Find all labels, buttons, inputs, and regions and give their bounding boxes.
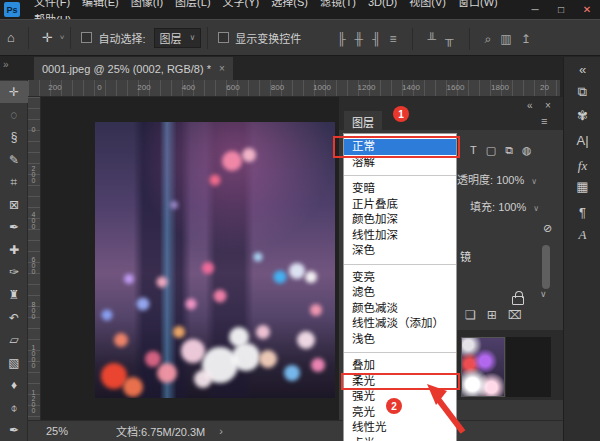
lock-icon[interactable]: [512, 296, 524, 305]
panel-scrollbar[interactable]: [542, 245, 550, 289]
zoom-level-field[interactable]: 25%: [46, 425, 68, 437]
align-top-icon[interactable]: ╨: [428, 32, 437, 46]
paragraph-icon[interactable]: ¶: [564, 205, 600, 220]
gradient-tool-icon[interactable]: ▧: [0, 352, 28, 374]
filter-smart-object-icon[interactable]: ⧉: [505, 144, 513, 157]
color-icon[interactable]: ✾: [564, 108, 600, 123]
status-arrow-icon[interactable]: ›: [219, 425, 223, 437]
blend-mode-option[interactable]: 深色: [344, 243, 456, 259]
menu-item[interactable]: 滤镜(T): [314, 0, 362, 8]
move-tool-chevron-icon[interactable]: ˅: [60, 33, 65, 42]
menu-item[interactable]: 窗口(W): [452, 0, 504, 8]
panel-menu-icon[interactable]: ≡: [541, 115, 547, 127]
auto-select-checkbox[interactable]: [81, 32, 92, 43]
toolbar-overflow-icon[interactable]: »: [3, 59, 9, 70]
collapse-panels-icon[interactable]: «: [564, 62, 600, 77]
blur-tool-icon[interactable]: ♦: [0, 374, 28, 396]
quick-selection-tool-icon[interactable]: ✎: [0, 149, 28, 171]
blend-mode-option[interactable]: 线性加深: [344, 228, 456, 244]
document-tab-title: 0001.jpeg @ 25% (0002, RGB/8) *: [42, 63, 211, 75]
filter-shape-icon[interactable]: ▢: [486, 144, 496, 157]
history-brush-tool-icon[interactable]: ↶: [0, 307, 28, 329]
menu-bar: Ps 文件(F)编辑(E)图像(I)图层(L)文字(Y)选择(S)滤镜(T)3D…: [0, 0, 600, 19]
close-button[interactable]: ✕: [574, 4, 600, 15]
document-tab[interactable]: 0001.jpeg @ 25% (0002, RGB/8) * ×: [34, 57, 233, 80]
fill-field[interactable]: 填充: 100% ∨: [470, 198, 539, 214]
eraser-tool-icon[interactable]: ▱: [0, 329, 28, 351]
layers-panel-tab[interactable]: 图层: [344, 111, 382, 130]
blend-mode-option[interactable]: 叠加: [344, 358, 456, 374]
frame-tool-icon[interactable]: ⊠: [0, 194, 28, 216]
menu-item[interactable]: 图像(I): [125, 0, 169, 8]
brush-tool-icon[interactable]: ✑: [0, 261, 28, 283]
group-button[interactable]: ❏: [465, 308, 476, 322]
blend-mode-option[interactable]: 颜色加深: [344, 212, 456, 228]
effects-icon[interactable]: fx: [564, 158, 600, 174]
libraries-icon[interactable]: ▦: [564, 179, 600, 194]
menu-item[interactable]: 视图(V): [403, 0, 452, 8]
glyphs-icon[interactable]: A: [564, 227, 600, 243]
clone-stamp-tool-icon[interactable]: ♜: [0, 284, 28, 306]
blend-mode-option[interactable]: 变暗: [344, 181, 456, 197]
vertical-ruler: 020040060080010001200: [28, 97, 41, 420]
blend-mode-option[interactable]: 线性光: [344, 420, 456, 436]
home-icon[interactable]: ⌂: [0, 30, 22, 45]
blend-mode-option[interactable]: 溶解: [344, 155, 456, 171]
chevron-down-icon: ∨: [533, 204, 539, 213]
blend-mode-option[interactable]: 柔光: [344, 374, 456, 390]
ruler-tick-label: 0: [30, 126, 37, 132]
menu-item[interactable]: 文字(Y): [217, 0, 266, 8]
blend-mode-option[interactable]: 点光: [344, 436, 456, 441]
clip-icon[interactable]: ⊘: [543, 222, 552, 235]
distribute-vertical-icon[interactable]: ╥: [445, 32, 454, 46]
blend-mode-option[interactable]: 滤色: [344, 285, 456, 301]
auto-select-dropdown[interactable]: 图层 ∨: [154, 28, 202, 48]
blend-mode-option[interactable]: 变亮: [344, 270, 456, 286]
menu-item[interactable]: 选择(S): [265, 0, 314, 8]
move-tool-icon[interactable]: ✛: [0, 81, 28, 103]
move-tool-icon[interactable]: ✛: [35, 30, 60, 45]
new-layer-button[interactable]: ⊞: [487, 308, 497, 322]
blend-mode-option[interactable]: 颜色减淡: [344, 301, 456, 317]
workspace-icon[interactable]: ▥: [500, 32, 511, 46]
layer-thumbnail[interactable]: [461, 337, 505, 397]
blend-mode-option[interactable]: 正常: [344, 139, 456, 155]
opacity-field[interactable]: 透明度: 100% ∨: [457, 171, 537, 187]
delete-layer-button[interactable]: ⌧: [508, 308, 522, 322]
tab-close-icon[interactable]: ×: [219, 63, 225, 74]
healing-brush-tool-icon[interactable]: ✚: [0, 239, 28, 261]
dodge-tool-icon[interactable]: ⌽: [0, 397, 28, 419]
distribute-icon[interactable]: ≡: [390, 32, 397, 46]
crop-tool-icon[interactable]: ⌗: [0, 171, 28, 193]
menu-item[interactable]: 文件(F): [28, 0, 76, 8]
marquee-tool-icon[interactable]: ◌: [0, 104, 28, 126]
show-transform-checkbox[interactable]: [218, 32, 229, 43]
blend-mode-option[interactable]: 正片叠底: [344, 197, 456, 213]
character-icon[interactable]: A|: [564, 133, 600, 148]
chevron-down-icon[interactable]: ∨: [540, 289, 547, 299]
eyedropper-tool-icon[interactable]: ✒: [0, 216, 28, 238]
bokeh-light: [256, 325, 270, 339]
menu-item[interactable]: 图层(L): [169, 0, 216, 8]
lasso-tool-icon[interactable]: §: [0, 126, 28, 148]
panel-close-icon[interactable]: ×: [545, 100, 551, 111]
share-icon[interactable]: ↥: [521, 32, 531, 46]
maximize-button[interactable]: □: [548, 4, 574, 15]
bokeh-light: [229, 327, 249, 347]
blend-mode-option[interactable]: 浅色: [344, 332, 456, 348]
swatches-icon[interactable]: ⧉: [564, 84, 600, 100]
filter-adjustment-icon[interactable]: ◍: [522, 144, 532, 157]
pen-tool-icon[interactable]: ✒: [0, 419, 28, 441]
menu-item[interactable]: 3D(D): [362, 0, 403, 8]
align-right-icon[interactable]: ╢: [372, 32, 381, 46]
ruler-tick-label: 1200: [358, 83, 376, 92]
align-center-icon[interactable]: ╫: [355, 32, 364, 46]
menu-item[interactable]: 编辑(E): [76, 0, 125, 8]
filter-type-icon[interactable]: T: [470, 144, 477, 157]
search-icon[interactable]: ⌕: [485, 32, 492, 46]
blend-mode-group: 变暗正片叠底颜色加深线性加深深色: [344, 176, 456, 265]
panel-collapse-icon[interactable]: «: [527, 100, 533, 111]
minimize-button[interactable]: ─: [522, 4, 548, 15]
align-left-icon[interactable]: ╟: [337, 32, 346, 46]
blend-mode-option[interactable]: 线性减淡（添加）: [344, 316, 456, 332]
